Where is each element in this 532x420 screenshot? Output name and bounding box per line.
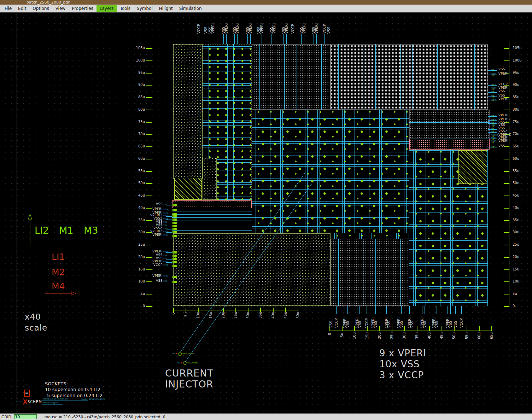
menu-edit[interactable]: Edit <box>15 5 29 12</box>
legend-layer-m2[interactable]: M2 <box>52 267 65 277</box>
top-pin-label[interactable]: VPERI <box>272 23 276 34</box>
net-label[interactable]: VSS <box>498 123 521 127</box>
net-resistor[interactable] <box>172 276 177 278</box>
br-pin-wire[interactable] <box>425 306 425 314</box>
top-pin-label[interactable]: VPERI <box>211 23 215 34</box>
top-pin-wire[interactable] <box>262 34 262 44</box>
br-pin-wire[interactable] <box>331 306 331 314</box>
legend-layer-m1[interactable]: M1 <box>59 225 73 236</box>
br-pin-wire[interactable] <box>450 306 451 314</box>
br-pin-label[interactable]: VSS <box>435 321 439 328</box>
br-pin-wire[interactable] <box>401 306 402 314</box>
menu-simulation[interactable]: Simulation <box>176 5 205 12</box>
net-label[interactable]: VSS <box>140 202 163 206</box>
layout-region-hatch-left[interactable] <box>174 178 202 200</box>
top-pin-wire[interactable] <box>304 34 304 44</box>
long-vertical-wire[interactable] <box>199 44 199 200</box>
net-label[interactable]: VCCP <box>498 82 521 86</box>
net-resistor[interactable] <box>172 255 177 257</box>
br-pin-label[interactable]: VSS <box>449 321 452 328</box>
top-pin-wire[interactable] <box>259 34 259 44</box>
net-resistor[interactable] <box>172 213 177 215</box>
br-pin-wire[interactable] <box>345 306 345 314</box>
top-pin-label[interactable]: VCCP <box>291 24 295 34</box>
top-pin-wire[interactable] <box>324 34 325 44</box>
br-pin-wire[interactable] <box>437 306 437 314</box>
layout-region-stipple-left[interactable] <box>173 44 203 179</box>
net-label[interactable]: VPERI <box>498 139 521 142</box>
legend-layer-li1[interactable]: LI1 <box>52 252 65 262</box>
br-pin-wire[interactable] <box>386 306 387 314</box>
net-label[interactable]: VPERI <box>498 97 521 101</box>
top-pin-label[interactable]: VCCP <box>322 24 326 34</box>
net-resistor[interactable] <box>172 225 177 227</box>
net-label[interactable]: VPERI <box>498 86 521 89</box>
top-pin-wire[interactable] <box>314 34 314 44</box>
br-pin-wire[interactable] <box>367 306 367 314</box>
top-pin-wire[interactable] <box>234 34 235 44</box>
net-label[interactable]: VSSZ <box>498 129 521 133</box>
net-resistor[interactable] <box>172 258 177 260</box>
top-pin-wire[interactable] <box>213 34 213 44</box>
top-pin-label[interactable]: VPERI <box>315 23 318 34</box>
net-label[interactable]: VPERI <box>140 250 163 253</box>
layout-region-hatch-right[interactable] <box>458 150 487 184</box>
probe-label[interactable]: VSS_PROBE <box>187 362 209 364</box>
br-pin-wire[interactable] <box>375 306 376 314</box>
top-pin-wire[interactable] <box>283 34 284 44</box>
top-pin-wire[interactable] <box>329 34 329 44</box>
br-pin-wire[interactable] <box>422 306 422 314</box>
top-pin-wire[interactable] <box>250 34 251 44</box>
top-pin-wire[interactable] <box>274 34 274 44</box>
probe-pin-circle[interactable] <box>183 361 187 365</box>
layout-region-stipple-bottom-left[interactable] <box>173 233 331 306</box>
br-pin-wire[interactable] <box>448 306 448 314</box>
net-label[interactable]: VSS <box>498 68 521 71</box>
br-pin-wire[interactable] <box>455 306 456 314</box>
net-label[interactable]: VSS <box>498 94 521 97</box>
layout-region-net-rows-left[interactable] <box>172 208 252 233</box>
top-pin-wire[interactable] <box>223 34 224 44</box>
br-pin-label[interactable]: VSS <box>329 321 333 328</box>
top-pin-wire[interactable] <box>271 34 271 44</box>
layout-region-m4-band-left[interactable] <box>172 200 252 208</box>
top-pin-wire[interactable] <box>247 34 248 44</box>
menu-view[interactable]: View <box>52 5 69 12</box>
top-pin-label[interactable]: VPERI <box>249 23 252 34</box>
layout-region-stipple-top-right[interactable] <box>331 44 488 110</box>
br-pin-wire[interactable] <box>357 306 357 314</box>
net-label[interactable]: VSS <box>498 89 521 93</box>
top-pin-wire[interactable] <box>226 34 227 44</box>
layout-region-stipple-patch[interactable] <box>203 158 217 200</box>
top-pin-label[interactable]: VCCP <box>197 24 201 34</box>
layout-region-stipple-bottom-mid[interactable] <box>331 239 409 306</box>
menu-options[interactable]: Options <box>29 5 52 12</box>
net-resistor[interactable] <box>172 261 177 263</box>
net-resistor[interactable] <box>172 215 177 217</box>
net-resistor[interactable] <box>172 222 177 224</box>
layout-region-stipple-top-mid[interactable] <box>252 44 331 110</box>
net-label[interactable]: VPERI <box>140 207 163 211</box>
legend-layer-m4[interactable]: M4 <box>52 281 65 291</box>
schematic-canvas[interactable]: LI2 M1 M3 LI1 M2 M4 x40 scale CURRENT IN… <box>0 0 532 420</box>
top-pin-wire[interactable] <box>293 34 293 44</box>
net-resistor[interactable] <box>172 204 177 206</box>
net-label[interactable]: VPERIZ <box>140 229 163 233</box>
net-resistor[interactable] <box>172 251 177 253</box>
net-label[interactable]: VSS <box>498 144 521 148</box>
br-pin-wire[interactable] <box>336 306 337 314</box>
top-pin-label[interactable]: VSS <box>204 27 208 34</box>
top-pin-wire[interactable] <box>199 34 199 44</box>
br-pin-label[interactable]: VSS <box>410 321 414 328</box>
net-label[interactable]: VSS <box>140 279 163 282</box>
probe-label[interactable]: VPERI_PROBE <box>182 352 203 355</box>
top-pin-label[interactable]: VSS <box>327 27 331 34</box>
net-resistor[interactable] <box>172 281 177 283</box>
net-resistor[interactable] <box>172 231 177 233</box>
top-pin-label[interactable]: VPERI <box>260 23 264 34</box>
top-pin-wire[interactable] <box>210 34 210 44</box>
grid-input[interactable] <box>14 414 37 419</box>
menu-symbol[interactable]: Symbol <box>134 5 156 12</box>
net-label[interactable]: VCCP <box>140 263 163 267</box>
br-pin-label[interactable]: VCCP <box>334 318 338 328</box>
